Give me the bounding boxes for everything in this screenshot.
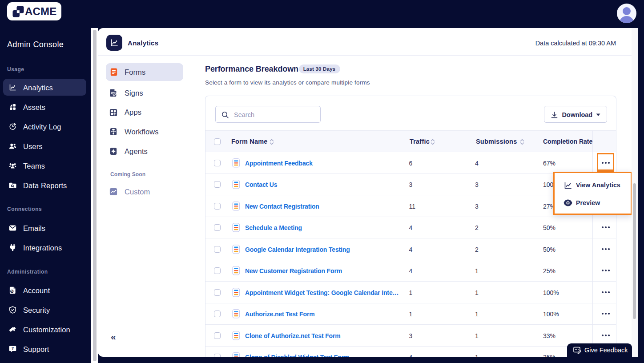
svg-text:$: $ <box>11 289 13 293</box>
svg-text:?: ? <box>12 346 14 351</box>
